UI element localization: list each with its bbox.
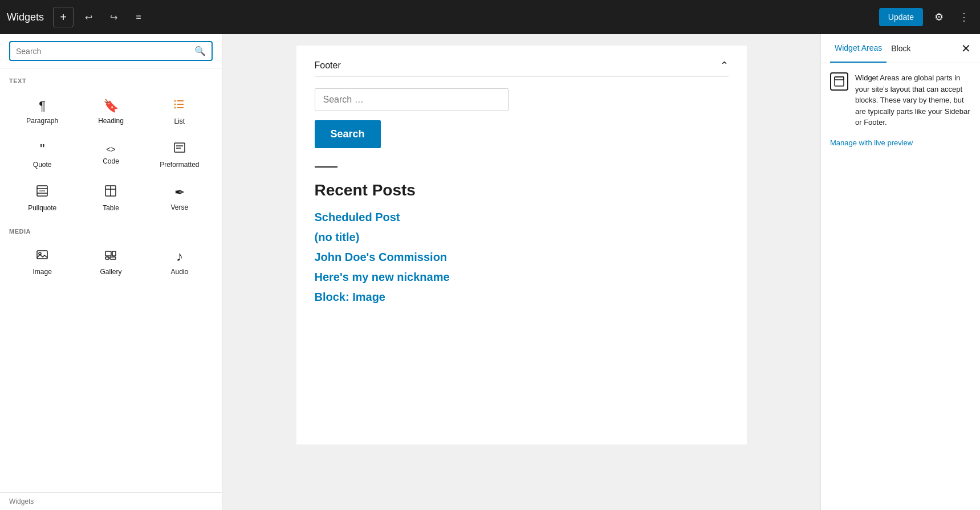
table-icon	[104, 185, 117, 201]
list-item: Scheduled Post	[315, 211, 729, 224]
svg-rect-20	[105, 257, 109, 259]
preformatted-label: Preformatted	[160, 161, 199, 169]
block-search-bar: 🔍	[0, 34, 222, 68]
footer-title: Footer	[315, 60, 341, 71]
block-item-paragraph[interactable]: ¶ Paragraph	[9, 91, 75, 132]
block-item-preformatted[interactable]: Preformatted	[147, 134, 213, 176]
gallery-label: Gallery	[100, 268, 121, 276]
image-icon	[36, 248, 48, 264]
media-blocks-grid: Image Gallery ♪	[0, 237, 222, 287]
more-icon: ⋮	[959, 11, 969, 23]
verse-label: Verse	[170, 203, 188, 211]
right-panel: Widget Areas Block ✕ Widget Areas are gl…	[820, 34, 980, 510]
right-panel-content: Widget Areas are global parts in your si…	[821, 63, 980, 510]
widget-search-input[interactable]	[315, 88, 509, 111]
block-item-heading[interactable]: 🔖 Heading	[78, 91, 144, 132]
image-label: Image	[32, 268, 51, 276]
post-link-2[interactable]: John Doe's Commission	[315, 251, 448, 263]
audio-label: Audio	[170, 268, 188, 276]
widget-areas-description: Widget Areas are global parts in your si…	[855, 72, 971, 128]
search-icon: 🔍	[194, 46, 206, 56]
undo-button[interactable]: ↩	[78, 7, 99, 27]
center-content: Footer ⌃ Search Recent Posts Scheduled P…	[222, 34, 820, 510]
code-label: Code	[103, 157, 119, 165]
settings-button[interactable]: ⚙	[928, 6, 950, 28]
widget-search-button[interactable]: Search	[315, 120, 381, 148]
add-block-button[interactable]: +	[53, 7, 74, 27]
pullquote-label: Pullquote	[28, 204, 56, 212]
code-icon: <>	[106, 145, 115, 154]
tab-block[interactable]: Block	[887, 35, 915, 62]
svg-rect-22	[835, 77, 844, 86]
block-item-list[interactable]: List	[147, 91, 213, 132]
heading-icon: 🔖	[103, 99, 119, 113]
status-bar: Widgets	[0, 492, 222, 510]
heading-label: Heading	[98, 117, 124, 125]
footer-collapse-button[interactable]: ⌃	[720, 59, 729, 72]
app-title: Widgets	[7, 11, 44, 23]
right-panel-tabs: Widget Areas Block ✕	[821, 34, 980, 63]
blocks-content: TEXT ¶ Paragraph 🔖 Heading	[0, 68, 222, 492]
list-icon	[173, 98, 186, 114]
svg-point-4	[174, 104, 176, 105]
post-link-1[interactable]: (no title)	[315, 231, 360, 243]
block-item-image[interactable]: Image	[9, 242, 75, 283]
list-item: Block: Image	[315, 291, 729, 304]
table-label: Table	[103, 204, 119, 212]
quote-icon: "	[40, 141, 45, 157]
text-blocks-grid: ¶ Paragraph 🔖 Heading	[0, 87, 222, 223]
left-panel: 🔍 TEXT ¶ Paragraph 🔖 Heading	[0, 34, 222, 510]
list-view-button[interactable]: ≡	[128, 7, 149, 27]
post-link-0[interactable]: Scheduled Post	[315, 211, 400, 223]
block-item-quote[interactable]: " Quote	[9, 134, 75, 176]
main-layout: 🔍 TEXT ¶ Paragraph 🔖 Heading	[0, 34, 980, 510]
block-item-code[interactable]: <> Code	[78, 134, 144, 176]
block-item-pullquote[interactable]: Pullquote	[9, 178, 75, 219]
preformatted-icon	[173, 141, 186, 157]
svg-rect-23	[835, 77, 844, 80]
svg-rect-18	[105, 251, 111, 256]
svg-rect-16	[37, 251, 47, 259]
undo-icon: ↩	[85, 12, 92, 23]
gear-icon: ⚙	[934, 11, 944, 23]
search-input-wrap: 🔍	[9, 41, 213, 61]
post-link-4[interactable]: Block: Image	[315, 291, 385, 303]
update-button[interactable]: Update	[879, 8, 923, 26]
recent-posts-title: Recent Posts	[315, 181, 729, 199]
paragraph-icon: ¶	[39, 99, 46, 113]
media-section-label: MEDIA	[0, 223, 222, 237]
text-section-label: TEXT	[0, 73, 222, 87]
tab-widget-areas[interactable]: Widget Areas	[830, 34, 887, 63]
svg-rect-21	[110, 257, 116, 259]
redo-button[interactable]: ↪	[103, 7, 124, 27]
block-item-table[interactable]: Table	[78, 178, 144, 219]
list-icon: ≡	[136, 12, 141, 22]
paragraph-label: Paragraph	[26, 117, 58, 125]
list-item: (no title)	[315, 231, 729, 244]
verse-icon: ✒	[174, 185, 185, 200]
post-link-3[interactable]: Here's my new nickname	[315, 271, 450, 283]
search-input[interactable]	[16, 47, 194, 56]
close-panel-button[interactable]: ✕	[961, 42, 971, 55]
list-item: Here's my new nickname	[315, 271, 729, 284]
block-item-verse[interactable]: ✒ Verse	[147, 178, 213, 219]
pullquote-icon	[36, 185, 48, 201]
svg-rect-6	[174, 143, 185, 152]
audio-icon: ♪	[176, 248, 183, 264]
svg-point-3	[174, 100, 176, 102]
svg-point-5	[174, 107, 176, 109]
widget-areas-info: Widget Areas are global parts in your si…	[830, 72, 971, 128]
list-label: List	[174, 117, 185, 125]
more-options-button[interactable]: ⋮	[955, 8, 973, 26]
redo-icon: ↪	[110, 12, 117, 23]
list-item: John Doe's Commission	[315, 251, 729, 264]
topbar: Widgets + ↩ ↪ ≡ Update ⚙ ⋮	[0, 0, 980, 34]
recent-posts-divider	[315, 166, 337, 168]
widget-areas-icon	[830, 72, 848, 91]
manage-live-preview-link[interactable]: Manage with live preview	[830, 138, 913, 147]
block-item-audio[interactable]: ♪ Audio	[147, 242, 213, 283]
footer-header: Footer ⌃	[315, 59, 729, 77]
status-label: Widgets	[9, 497, 34, 505]
gallery-icon	[104, 248, 117, 264]
block-item-gallery[interactable]: Gallery	[78, 242, 144, 283]
